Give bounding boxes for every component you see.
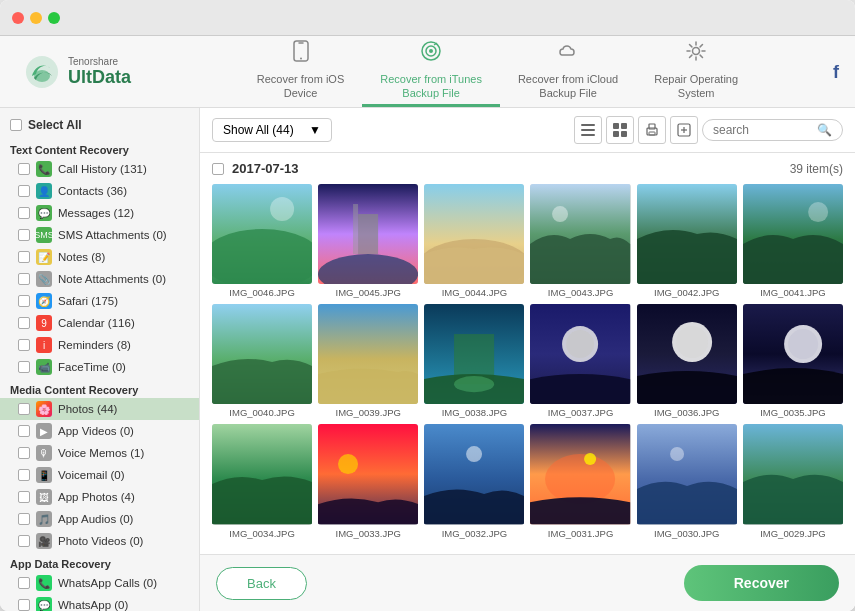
- call-history-checkbox[interactable]: [18, 163, 30, 175]
- photo-cell-31[interactable]: IMG_0031.JPG: [530, 424, 630, 538]
- photo-thumb-40: [212, 304, 312, 404]
- voicemail-checkbox[interactable]: [18, 469, 30, 481]
- minimize-button[interactable]: [30, 12, 42, 24]
- safari-icon: 🧭: [36, 293, 52, 309]
- close-button[interactable]: [12, 12, 24, 24]
- sidebar-item-app-photos[interactable]: 🖼 App Photos (4): [0, 486, 199, 508]
- photo-cell-35[interactable]: IMG_0035.JPG: [743, 304, 843, 418]
- sidebar-item-whatsapp[interactable]: 💬 WhatsApp (0): [0, 594, 199, 611]
- sidebar-item-photo-videos[interactable]: 🎥 Photo Videos (0): [0, 530, 199, 552]
- sidebar-item-safari[interactable]: 🧭 Safari (175): [0, 290, 199, 312]
- svg-rect-10: [581, 124, 595, 126]
- note-attach-checkbox[interactable]: [18, 273, 30, 285]
- date-select-checkbox[interactable]: [212, 163, 224, 175]
- app-photos-checkbox[interactable]: [18, 491, 30, 503]
- maximize-button[interactable]: [48, 12, 60, 24]
- tab-itunes[interactable]: Recover from iTunesBackup File: [362, 36, 500, 107]
- logo-icon: [24, 54, 60, 90]
- sidebar-item-note-attachments[interactable]: 📎 Note Attachments (0): [0, 268, 199, 290]
- photo-cell-32[interactable]: IMG_0032.JPG: [424, 424, 524, 538]
- app-audios-checkbox[interactable]: [18, 513, 30, 525]
- photo-cell-33[interactable]: IMG_0033.JPG: [318, 424, 418, 538]
- photo-cell-43[interactable]: IMG_0043.JPG: [530, 184, 630, 298]
- tab-ios[interactable]: Recover from iOSDevice: [239, 36, 362, 107]
- photo-cell-36[interactable]: IMG_0036.JPG: [637, 304, 737, 418]
- photo-cell-30[interactable]: IMG_0030.JPG: [637, 424, 737, 538]
- photo-cell-38[interactable]: IMG_0038.JPG: [424, 304, 524, 418]
- filter-dropdown[interactable]: Show All (44) ▼: [212, 118, 332, 142]
- app-videos-checkbox[interactable]: [18, 425, 30, 437]
- svg-rect-11: [581, 129, 595, 131]
- svg-rect-27: [358, 214, 378, 254]
- wa-checkbox[interactable]: [18, 599, 30, 611]
- sidebar-item-app-videos[interactable]: ▶ App Videos (0): [0, 420, 199, 442]
- search-box[interactable]: 🔍: [702, 119, 843, 141]
- photo-thumb-30: [637, 424, 737, 524]
- photo-area[interactable]: 2017-07-13 39 item(s): [200, 153, 855, 554]
- safari-checkbox[interactable]: [18, 295, 30, 307]
- search-input[interactable]: [713, 123, 813, 137]
- svg-point-50: [788, 329, 818, 359]
- tab-repair[interactable]: Repair OperatingSystem: [636, 36, 756, 107]
- photo-name-38: IMG_0038.JPG: [442, 407, 507, 418]
- sidebar-item-facetime[interactable]: 📹 FaceTime (0): [0, 356, 199, 378]
- print-button[interactable]: [638, 116, 666, 144]
- messages-checkbox[interactable]: [18, 207, 30, 219]
- app-videos-label: App Videos (0): [58, 425, 134, 437]
- calendar-checkbox[interactable]: [18, 317, 30, 329]
- facebook-icon[interactable]: f: [833, 61, 839, 82]
- sidebar-item-reminders[interactable]: i Reminders (8): [0, 334, 199, 356]
- sidebar-item-contacts[interactable]: 👤 Contacts (36): [0, 180, 199, 202]
- sidebar-item-voicemail[interactable]: 📱 Voicemail (0): [0, 464, 199, 486]
- voice-memos-checkbox[interactable]: [18, 447, 30, 459]
- photo-cell-41[interactable]: IMG_0041.JPG: [743, 184, 843, 298]
- back-button[interactable]: Back: [216, 567, 307, 600]
- nav-tabs: Recover from iOSDevice Recover from iTun…: [150, 36, 845, 107]
- sidebar-item-messages[interactable]: 💬 Messages (12): [0, 202, 199, 224]
- photo-name-37: IMG_0037.JPG: [548, 407, 613, 418]
- photo-cell-45[interactable]: IMG_0045.JPG: [318, 184, 418, 298]
- photo-cell-34[interactable]: IMG_0034.JPG: [212, 424, 312, 538]
- sidebar-item-calendar[interactable]: 9 Calendar (116): [0, 312, 199, 334]
- ios-icon: [290, 40, 312, 68]
- sidebar-item-call-history[interactable]: 📞 Call History (131): [0, 158, 199, 180]
- svg-point-7: [429, 49, 433, 53]
- sidebar-item-photos[interactable]: 🌸 Photos (44): [0, 398, 199, 420]
- sms-attach-checkbox[interactable]: [18, 229, 30, 241]
- svg-rect-15: [613, 131, 619, 137]
- content-toolbar: Show All (44) ▼: [200, 108, 855, 153]
- grid-view-button[interactable]: [606, 116, 634, 144]
- sidebar-item-notes[interactable]: 📝 Notes (8): [0, 246, 199, 268]
- photo-cell-29[interactable]: IMG_0029.JPG: [743, 424, 843, 538]
- photo-cell-40[interactable]: IMG_0040.JPG: [212, 304, 312, 418]
- sidebar-item-whatsapp-calls[interactable]: 📞 WhatsApp Calls (0): [0, 572, 199, 594]
- call-history-icon: 📞: [36, 161, 52, 177]
- photo-cell-39[interactable]: IMG_0039.JPG: [318, 304, 418, 418]
- photo-cell-46[interactable]: IMG_0046.JPG: [212, 184, 312, 298]
- notes-checkbox[interactable]: [18, 251, 30, 263]
- sidebar-item-voice-memos[interactable]: 🎙 Voice Memos (1): [0, 442, 199, 464]
- svg-rect-12: [581, 134, 595, 136]
- svg-point-41: [454, 376, 494, 392]
- photo-cell-44[interactable]: IMG_0044.JPG: [424, 184, 524, 298]
- reminders-checkbox[interactable]: [18, 339, 30, 351]
- tab-icloud[interactable]: Recover from iCloudBackup File: [500, 36, 636, 107]
- titlebar: [0, 0, 855, 36]
- facetime-checkbox[interactable]: [18, 361, 30, 373]
- recover-button[interactable]: Recover: [684, 565, 839, 601]
- photo-cell-37[interactable]: IMG_0037.JPG: [530, 304, 630, 418]
- photo-name-31: IMG_0031.JPG: [548, 528, 613, 539]
- photo-name-32: IMG_0032.JPG: [442, 528, 507, 539]
- photo-cell-42[interactable]: IMG_0042.JPG: [637, 184, 737, 298]
- photo-thumb-34: [212, 424, 312, 524]
- photo-videos-checkbox[interactable]: [18, 535, 30, 547]
- export-button[interactable]: [670, 116, 698, 144]
- contacts-checkbox[interactable]: [18, 185, 30, 197]
- wa-calls-checkbox[interactable]: [18, 577, 30, 589]
- sidebar-item-app-audios[interactable]: 🎵 App Audios (0): [0, 508, 199, 530]
- list-view-button[interactable]: [574, 116, 602, 144]
- select-all-checkbox[interactable]: [10, 119, 22, 131]
- photos-checkbox[interactable]: [18, 403, 30, 415]
- sidebar-item-sms-attachments[interactable]: SMS SMS Attachments (0): [0, 224, 199, 246]
- select-all-item[interactable]: Select All: [0, 114, 199, 138]
